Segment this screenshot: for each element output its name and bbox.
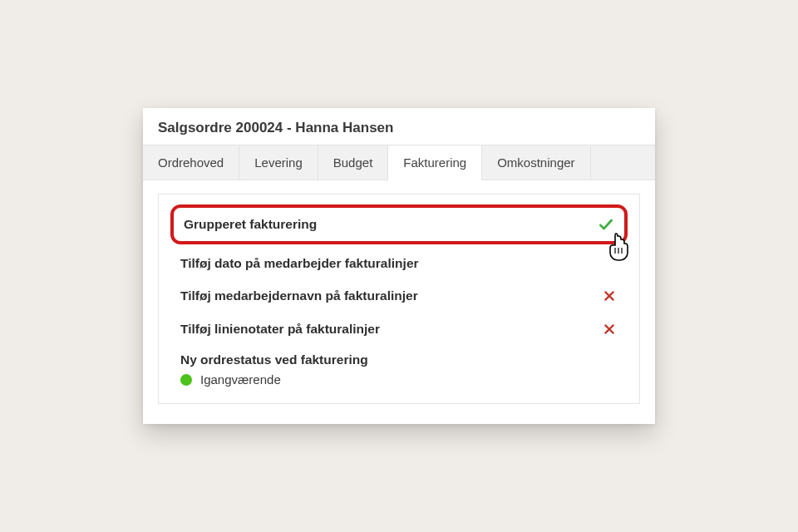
sales-order-card: Salgsordre 200024 - Hanna Hansen Ordreho…	[143, 108, 655, 424]
row-grupperet-fakturering[interactable]: Grupperet fakturering	[170, 204, 628, 244]
row-tilfoj-medarbejdernavn[interactable]: Tilføj medarbejdernavn på fakturalinjer	[175, 279, 623, 313]
row-label: Tilføj medarbejdernavn på fakturalinjer	[180, 288, 418, 303]
status-dot-icon	[180, 374, 192, 386]
tabs: Ordrehoved Levering Budget Fakturering O…	[143, 145, 655, 180]
row-label: Tilføj linienotater på fakturalinjer	[180, 322, 380, 337]
row-label: Tilføj dato på medarbejder fakturalinjer	[180, 256, 419, 271]
row-label: Grupperet fakturering	[184, 217, 317, 232]
cross-icon	[601, 321, 618, 337]
row-tilfoj-linienotater[interactable]: Tilføj linienotater på fakturalinjer	[175, 313, 623, 346]
tab-content: Grupperet fakturering Tilføj dato på med…	[143, 180, 655, 424]
row-tilfoj-dato[interactable]: Tilføj dato på medarbejder fakturalinjer	[175, 248, 623, 279]
status-label: Ny ordrestatus ved fakturering	[180, 352, 618, 367]
tab-budget[interactable]: Budget	[318, 145, 389, 180]
tab-ordrehoved[interactable]: Ordrehoved	[143, 145, 239, 180]
page-title: Salgsordre 200024 - Hanna Hansen	[143, 108, 655, 145]
tab-levering[interactable]: Levering	[239, 145, 318, 180]
tab-fakturering[interactable]: Fakturering	[388, 145, 482, 180]
tab-omkostninger[interactable]: Omkostninger	[482, 145, 590, 180]
status-row[interactable]: Igangværende	[180, 372, 618, 387]
status-value: Igangværende	[200, 372, 281, 387]
status-block: Ny ordrestatus ved fakturering Igangvære…	[175, 346, 623, 388]
cross-icon	[601, 288, 618, 304]
check-icon	[598, 216, 614, 233]
invoicing-panel: Grupperet fakturering Tilføj dato på med…	[158, 194, 640, 404]
